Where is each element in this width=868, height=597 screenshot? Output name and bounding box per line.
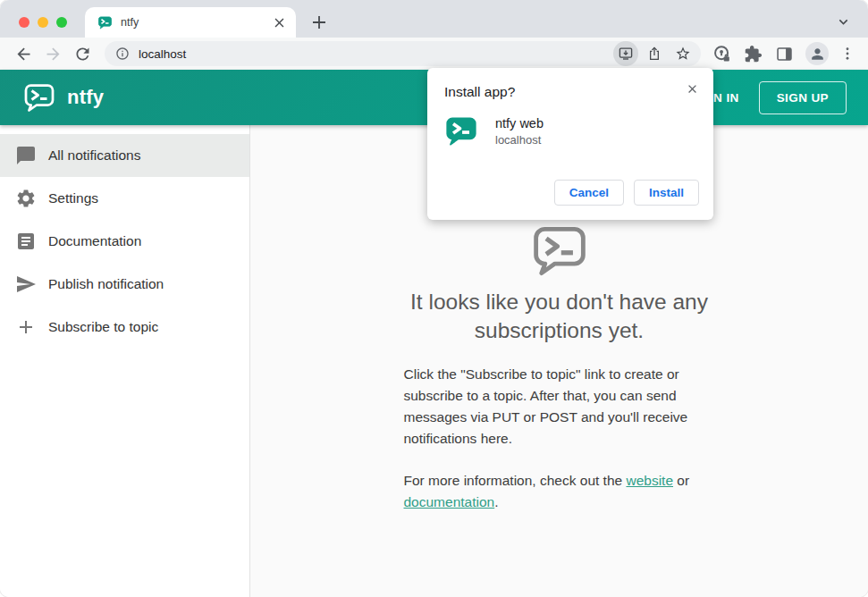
extensions-puzzle-icon[interactable] — [744, 45, 763, 63]
website-link[interactable]: website — [626, 473, 673, 488]
article-icon — [15, 231, 37, 252]
minimize-window-button[interactable] — [38, 17, 48, 28]
send-icon — [15, 273, 37, 295]
empty-state-heading: It looks like you don't have any subscri… — [381, 288, 738, 346]
sidebar-item-subscribe-to-topic[interactable]: Subscribe to topic — [0, 306, 249, 349]
dialog-close-icon[interactable] — [686, 82, 699, 96]
dialog-app-name: ntfy web — [495, 116, 544, 130]
sidebar-item-label: Subscribe to topic — [48, 319, 158, 335]
profile-avatar[interactable] — [805, 42, 829, 65]
new-tab-button[interactable] — [308, 12, 330, 33]
share-button[interactable] — [642, 41, 667, 66]
browser-tab[interactable]: ntfy — [85, 7, 296, 38]
browser-toolbar: localhost — [0, 38, 868, 70]
paragraph-text: . — [494, 494, 498, 509]
install-app-button[interactable] — [613, 41, 638, 66]
bookmark-star-button[interactable] — [670, 41, 695, 66]
tab-search-chevron-icon[interactable] — [835, 13, 852, 30]
side-panel-icon[interactable] — [775, 45, 794, 63]
sidebar-item-settings[interactable]: Settings — [0, 177, 249, 220]
plus-icon — [15, 316, 37, 338]
ntfy-logo-icon — [23, 83, 55, 113]
tab-strip: ntfy — [0, 0, 868, 38]
install-button[interactable]: Install — [634, 180, 699, 206]
dialog-app-meta: ntfy web localhost — [495, 116, 544, 147]
browser-window: ntfy localhost ntfy SIGN IN SIGN UP — [0, 0, 868, 597]
gear-icon — [15, 188, 37, 209]
cancel-button[interactable]: Cancel — [554, 180, 624, 206]
ntfy-favicon-icon — [97, 15, 113, 30]
address-bar[interactable]: localhost — [105, 41, 701, 66]
browser-menu-icon[interactable] — [839, 46, 855, 62]
dialog-header: Install app? — [444, 82, 699, 100]
empty-state-paragraph: Click the "Subscribe to topic" link to c… — [404, 364, 715, 450]
sidebar-item-label: Settings — [48, 190, 98, 206]
install-app-dialog: Install app? ntfy web localhost Cancel I… — [427, 68, 713, 220]
close-window-button[interactable] — [19, 17, 29, 28]
sidebar-item-all-notifications[interactable]: All notifications — [0, 134, 249, 177]
chat-icon — [15, 145, 37, 166]
maximize-window-button[interactable] — [56, 17, 67, 28]
sidebar-item-label: All notifications — [48, 147, 140, 164]
empty-state-links-paragraph: For more information, check out the webs… — [404, 470, 715, 513]
sidebar-item-label: Publish notification — [48, 276, 164, 292]
ntfy-empty-state-logo-icon — [531, 225, 588, 277]
dialog-app-row: ntfy web localhost — [444, 115, 699, 147]
forward-button[interactable] — [44, 45, 63, 63]
sign-up-button[interactable]: SIGN UP — [759, 81, 847, 114]
address-url[interactable]: localhost — [139, 47, 610, 61]
site-info-icon[interactable] — [115, 46, 130, 61]
dialog-title: Install app? — [444, 84, 515, 100]
dialog-actions: Cancel Install — [444, 180, 699, 206]
sidebar-item-documentation[interactable]: Documentation — [0, 220, 249, 263]
tab-close-icon[interactable] — [272, 15, 287, 30]
paragraph-text: For more information, check out the — [404, 473, 627, 488]
reload-button[interactable] — [73, 45, 92, 63]
back-button[interactable] — [14, 45, 33, 63]
ntfy-app-icon — [444, 115, 478, 147]
brand-title: ntfy — [67, 86, 104, 109]
sidebar-item-publish-notification[interactable]: Publish notification — [0, 263, 249, 306]
password-manager-extension-icon[interactable] — [712, 45, 731, 63]
documentation-link[interactable]: documentation — [404, 494, 495, 509]
sidebar-item-label: Documentation — [48, 233, 141, 249]
empty-state-copy: Click the "Subscribe to topic" link to c… — [404, 364, 715, 513]
traffic-lights — [19, 17, 67, 28]
dialog-app-origin: localhost — [495, 133, 544, 147]
sidebar: All notifications Settings Documentation… — [0, 125, 250, 597]
paragraph-text: or — [673, 473, 689, 488]
tab-title: ntfy — [121, 16, 272, 29]
